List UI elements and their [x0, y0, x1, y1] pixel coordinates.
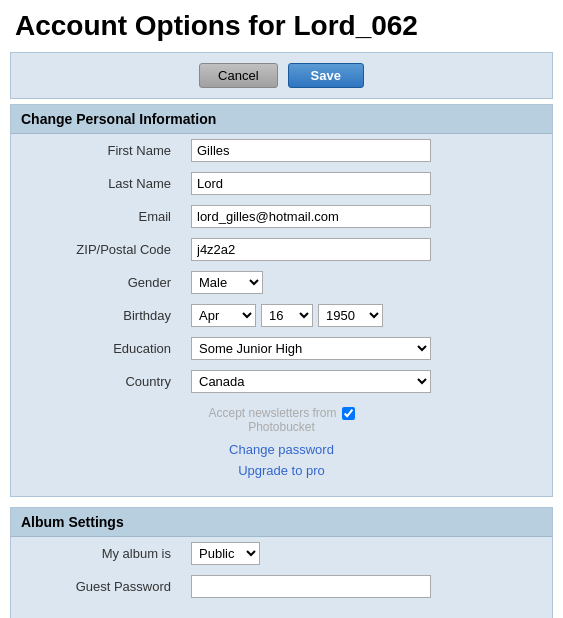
country-select[interactable]: Canada United States United Kingdom Aust… [191, 370, 431, 393]
last-name-input[interactable] [191, 172, 431, 195]
newsletter-row: Accept newsletters from Photobucket [11, 406, 552, 434]
personal-info-form: First Name Last Name Email ZIP/Postal Co… [11, 134, 552, 398]
album-settings-header: Album Settings [11, 508, 552, 537]
email-label: Email [11, 200, 181, 233]
gender-row: Gender Male Female [11, 266, 552, 299]
education-label: Education [11, 332, 181, 365]
zip-label: ZIP/Postal Code [11, 233, 181, 266]
country-cell: Canada United States United Kingdom Aust… [181, 365, 552, 398]
birthday-label: Birthday [11, 299, 181, 332]
last-name-cell [181, 167, 552, 200]
country-row: Country Canada United States United King… [11, 365, 552, 398]
birthday-month-select[interactable]: JanFebMar AprMayJun JulAugSep OctNovDec [191, 304, 256, 327]
gender-label: Gender [11, 266, 181, 299]
album-settings-form: My album is Public Private Guest Passwor… [11, 537, 552, 603]
email-row: Email [11, 200, 552, 233]
personal-info-header: Change Personal Information [11, 105, 552, 134]
my-album-row: My album is Public Private [11, 537, 552, 570]
birthday-inputs: JanFebMar AprMayJun JulAugSep OctNovDec … [191, 304, 542, 327]
country-label: Country [11, 365, 181, 398]
gender-select[interactable]: Male Female [191, 271, 263, 294]
email-cell [181, 200, 552, 233]
birthday-cell: JanFebMar AprMayJun JulAugSep OctNovDec … [181, 299, 552, 332]
education-cell: Some Junior High High School Some Colleg… [181, 332, 552, 365]
my-album-cell: Public Private [181, 537, 552, 570]
upgrade-link[interactable]: Upgrade to pro [238, 463, 325, 478]
newsletter-checkbox[interactable] [342, 407, 355, 420]
save-button[interactable]: Save [288, 63, 364, 88]
guest-password-label: Guest Password [11, 570, 181, 603]
zip-input[interactable] [191, 238, 431, 261]
zip-cell [181, 233, 552, 266]
my-album-select[interactable]: Public Private [191, 542, 260, 565]
education-select[interactable]: Some Junior High High School Some Colleg… [191, 337, 431, 360]
guest-password-row: Guest Password [11, 570, 552, 603]
newsletter-label: Accept newsletters from [208, 406, 336, 420]
first-name-cell [181, 134, 552, 167]
newsletter-site-label: Photobucket [248, 420, 315, 434]
education-row: Education Some Junior High High School S… [11, 332, 552, 365]
my-album-label: My album is [11, 537, 181, 570]
first-name-row: First Name [11, 134, 552, 167]
birthday-row: Birthday JanFebMar AprMayJun JulAugSep O… [11, 299, 552, 332]
first-name-label: First Name [11, 134, 181, 167]
birthday-year-select[interactable]: 1950 [318, 304, 383, 327]
personal-info-section: Change Personal Information First Name L… [10, 104, 553, 497]
newsletter-label-row: Accept newsletters from [208, 406, 354, 420]
zip-row: ZIP/Postal Code [11, 233, 552, 266]
guest-password-cell [181, 570, 552, 603]
birthday-day-select[interactable]: 1234 5678 9101112 131415 16 17181920 212… [261, 304, 313, 327]
guest-password-input[interactable] [191, 575, 431, 598]
change-password-row: Change password [11, 439, 552, 460]
last-name-label: Last Name [11, 167, 181, 200]
page-title: Account Options for Lord_062 [0, 0, 563, 52]
toolbar: Cancel Save [10, 52, 553, 99]
cancel-button[interactable]: Cancel [199, 63, 277, 88]
upgrade-row: Upgrade to pro [11, 460, 552, 481]
gender-cell: Male Female [181, 266, 552, 299]
first-name-input[interactable] [191, 139, 431, 162]
change-password-link[interactable]: Change password [229, 442, 334, 457]
last-name-row: Last Name [11, 167, 552, 200]
email-input[interactable] [191, 205, 431, 228]
album-settings-section: Album Settings My album is Public Privat… [10, 507, 553, 618]
